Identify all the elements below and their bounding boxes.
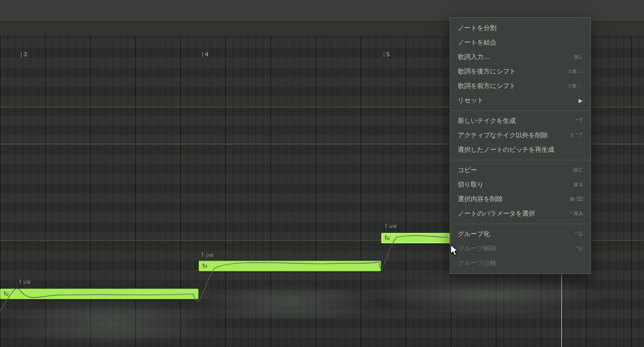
menu-label: 新しいテイクを生成 — [458, 116, 516, 125]
menu-shortcut: ⌘C — [573, 167, 583, 173]
menu-label: グループ化 — [458, 230, 490, 239]
piano-roll-editor[interactable]: 3 4 5 f uw fu f uw fu f uw fu ノートを分割 ノート… — [0, 0, 644, 347]
ruler-mark-3: 3 — [20, 51, 27, 57]
menu-select-note-params[interactable]: ノートのパラメータを選択 ⌃⌘A — [450, 206, 590, 221]
menu-group-separate: グループ分離 — [450, 256, 590, 270]
chevron-right-icon: ▶ — [579, 98, 583, 104]
menu-copy[interactable]: コピー ⌘C — [450, 163, 590, 178]
menu-reset[interactable]: リセット ▶ — [450, 93, 590, 108]
context-menu[interactable]: ノートを分割 ノートを結合 歌詞入力… ⌘L 歌詞を後方にシフト ⇧⌘→ 歌詞を… — [450, 17, 591, 274]
menu-cut[interactable]: 切り取り ⌘X — [450, 178, 590, 192]
note-phoneme: f uw — [385, 223, 397, 229]
menu-merge-notes[interactable]: ノートを結合 — [450, 35, 590, 50]
menu-separator — [450, 160, 590, 160]
note-lyric: fu — [202, 262, 207, 269]
menu-separator — [450, 110, 590, 111]
note-block[interactable]: fu — [199, 261, 381, 271]
menu-shortcut: ⇧⌃T — [570, 132, 583, 138]
menu-delete-selection[interactable]: 選択内容を削除 ⌘⌫ — [450, 192, 590, 206]
menu-label: 歌詞を前方にシフト — [458, 82, 516, 91]
menu-label: 歌詞を後方にシフト — [458, 67, 516, 76]
ruler-mark-4: 4 — [202, 51, 208, 57]
menu-label: ノートを分割 — [458, 24, 496, 33]
menu-split-note[interactable]: ノートを分割 — [450, 21, 590, 35]
menu-label: アクティブなテイク以外を削除 — [458, 131, 548, 140]
menu-label: 切り取り — [458, 180, 484, 189]
menu-shortcut: ⌃⌘A — [569, 211, 583, 217]
menu-label: 選択したノートのピッチを再生成 — [458, 145, 554, 154]
menu-shortcut: ⌘⌫ — [569, 196, 583, 202]
menu-label: グループ解除 — [458, 244, 496, 253]
menu-shortcut: ⌃G — [574, 231, 583, 237]
menu-label: 選択内容を削除 — [458, 195, 503, 204]
menu-shortcut: ⌘L — [574, 54, 583, 60]
menu-label: グループ分離 — [458, 259, 496, 268]
menu-lyrics-input[interactable]: 歌詞入力… ⌘L — [450, 50, 590, 64]
menu-shortcut: ⇧⌘→ — [567, 69, 583, 75]
note-lyric: fu — [4, 290, 9, 297]
menu-shortcut: ⇧⌘← — [567, 83, 583, 89]
menu-shift-lyrics-forward[interactable]: 歌詞を前方にシフト ⇧⌘← — [450, 79, 590, 93]
note-phoneme: f uw — [19, 279, 31, 285]
note-phoneme: f uw — [202, 252, 214, 258]
menu-label: ノートを結合 — [458, 38, 496, 47]
menu-label: コピー — [458, 166, 477, 175]
menu-label: ノートのパラメータを選択 — [458, 209, 535, 218]
menu-label: リセット — [458, 96, 484, 105]
menu-shift-lyrics-back[interactable]: 歌詞を後方にシフト ⇧⌘→ — [450, 64, 590, 79]
menu-regenerate-pitch[interactable]: 選択したノートのピッチを再生成 — [450, 143, 590, 157]
menu-shortcut: ⌘X — [573, 182, 583, 188]
menu-separator — [450, 224, 590, 224]
menu-delete-inactive-takes[interactable]: アクティブなテイク以外を削除 ⇧⌃T — [450, 128, 590, 143]
menu-shortcut: ⌃U — [574, 246, 583, 252]
note-lyric: fu — [385, 234, 390, 241]
ruler-mark-5: 5 — [383, 51, 390, 57]
menu-label: 歌詞入力… — [458, 53, 490, 62]
note-block[interactable]: fu — [0, 289, 199, 299]
menu-ungroup: グループ解除 ⌃U — [450, 241, 590, 256]
menu-shortcut: ⌃T — [575, 118, 583, 124]
menu-new-take[interactable]: 新しいテイクを生成 ⌃T — [450, 114, 590, 128]
menu-group[interactable]: グループ化 ⌃G — [450, 227, 590, 241]
